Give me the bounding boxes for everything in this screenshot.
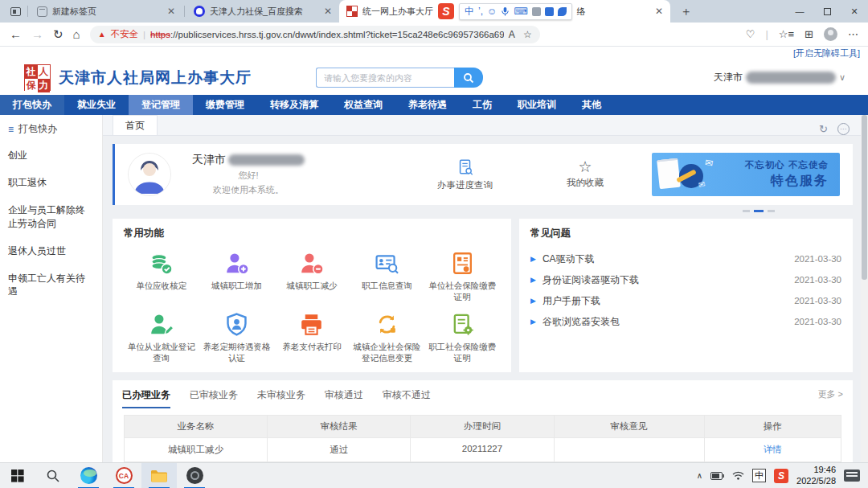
accessibility-tool-link[interactable]: [开启无障碍工具] (793, 47, 860, 59)
carousel-dot[interactable] (768, 210, 775, 212)
tab-new-page[interactable]: 新建标签页 ✕ (30, 0, 182, 23)
faq-item-chrome-installer[interactable]: ▶ 谷歌浏览器安装包 2021-03-30 (530, 311, 841, 332)
more-link[interactable]: 更多 > (818, 388, 843, 400)
page-scrollbar[interactable] (861, 115, 868, 462)
function-pension-payment-print[interactable]: 养老支付表打印 (274, 312, 350, 363)
tab-reviewed-business[interactable]: 已审核业务 (190, 388, 238, 408)
tab-options-icon[interactable]: ⋯ (837, 123, 850, 135)
start-button[interactable] (0, 463, 35, 488)
taskbar-file-explorer[interactable] (141, 463, 177, 488)
nav-item-transfer[interactable]: 转移及清算 (257, 95, 331, 115)
user-account[interactable]: 天津市 ∨ (714, 71, 845, 84)
nav-item-registration[interactable]: 登记管理 (129, 95, 193, 115)
nav-item-employment[interactable]: 就业失业 (64, 95, 129, 115)
tab-close-icon[interactable]: ✕ (655, 6, 663, 17)
function-unit-insurance-certificate[interactable]: 单位社会保险缴费证明 (424, 251, 500, 302)
read-aloud-icon[interactable]: A (509, 29, 515, 40)
function-unit-receivable-check[interactable]: 单位应收核定 (124, 251, 199, 302)
battery-icon[interactable] (710, 472, 724, 480)
function-employee-insurance-certificate[interactable]: 职工社会保险缴费证明 (424, 312, 500, 363)
tab-close-icon[interactable]: ✕ (167, 6, 175, 17)
ime-keyboard-icon[interactable]: ⌨ (514, 6, 527, 17)
home-button-icon[interactable]: ⌂ (73, 28, 80, 40)
nav-item-other[interactable]: 其他 (569, 95, 614, 115)
taskbar-search-button[interactable] (35, 463, 71, 488)
window-minimize-button[interactable]: — (786, 0, 813, 23)
ime-mic-icon[interactable] (501, 6, 510, 17)
my-favorites-button[interactable]: ☆ 我的收藏 (567, 160, 604, 189)
tab-close-icon[interactable]: ✕ (324, 6, 332, 17)
search-input[interactable] (316, 68, 454, 88)
sidebar-header[interactable]: ≡ 打包快办 (0, 115, 102, 141)
nav-item-package[interactable]: 打包快办 (0, 95, 64, 115)
detail-link[interactable]: 详情 (764, 445, 782, 454)
tab-baidu-search[interactable]: 天津人力社保_百度搜索 ✕ (186, 0, 339, 23)
tab-service-hall-active[interactable]: 统一网上办事大厅 S 中 ’, ☺ ⌨ 络 ✕ (339, 0, 670, 23)
taskbar-edge-app[interactable] (71, 463, 106, 488)
wifi-icon[interactable] (732, 471, 744, 480)
taskbar-recorder-app[interactable] (177, 463, 212, 488)
function-employee-info-query[interactable]: 职工信息查询 (350, 251, 425, 302)
profile-avatar[interactable] (824, 27, 837, 41)
sogou-tray-icon[interactable]: S (774, 469, 788, 483)
scrollbar-thumb[interactable] (862, 115, 867, 280)
tab-home[interactable]: 首页 (113, 115, 158, 135)
tab-unreviewed-business[interactable]: 未审核业务 (257, 388, 305, 408)
ime-language-indicator[interactable]: 中 (752, 469, 766, 482)
ime-toolbar[interactable]: 中 ’, ☺ ⌨ (459, 3, 572, 20)
sidebar-item-retirement[interactable]: 职工退休 (0, 169, 102, 196)
notification-center-icon[interactable] (844, 470, 860, 482)
nav-item-payment[interactable]: 缴费管理 (193, 95, 257, 115)
tab-review-passed[interactable]: 审核通过 (325, 388, 363, 408)
ime-emoji-icon[interactable]: ☺ (487, 6, 497, 17)
back-button-icon[interactable]: ← (10, 28, 22, 40)
sidebar-item-contract-termination[interactable]: 企业与员工解除终止劳动合同 (0, 196, 102, 236)
nav-item-injury[interactable]: 工伤 (460, 95, 505, 115)
ime-passport-icon[interactable] (532, 7, 541, 16)
taskbar-ca-app[interactable]: CA (106, 463, 141, 488)
sogou-ime-icon[interactable]: S (438, 3, 454, 19)
new-tab-button[interactable]: ＋ (670, 4, 702, 19)
tab-actions-button[interactable] (5, 7, 26, 16)
nav-item-pension[interactable]: 养老待遇 (395, 95, 460, 115)
search-button[interactable] (454, 68, 483, 88)
hidden-icons-chevron[interactable]: ∧ (697, 471, 702, 480)
carousel-dot[interactable] (743, 210, 750, 212)
carousel-dot-active[interactable] (754, 210, 764, 212)
sidebar-item-work-death-benefits[interactable]: 申领工亡人有关待遇 (0, 265, 102, 305)
faq-item-user-manual[interactable]: ▶ 用户手册下载 2021-03-30 (530, 290, 841, 311)
refresh-page-icon[interactable]: ↻ (819, 123, 828, 135)
chevron-down-icon[interactable]: ∨ (839, 72, 845, 83)
favorite-star-icon[interactable]: ☆ (523, 29, 532, 40)
faq-item-ca-driver[interactable]: ▶ CA驱动下载 2021-03-30 (530, 248, 841, 269)
tab-processed-business[interactable]: 已办理业务 (122, 388, 170, 408)
forward-button-icon[interactable]: → (31, 28, 43, 40)
nav-item-rights-query[interactable]: 权益查询 (331, 95, 395, 115)
tab-review-failed[interactable]: 审核不通过 (383, 388, 431, 408)
settings-more-icon[interactable]: ⋯ (848, 28, 858, 40)
sidebar-item-startup[interactable]: 创业 (0, 141, 102, 169)
ime-skin-icon[interactable] (545, 7, 554, 16)
nav-item-training[interactable]: 职业培训 (505, 95, 569, 115)
function-urban-employee-remove[interactable]: 城镇职工减少 (274, 251, 350, 302)
browser-essentials-icon[interactable]: ♡ (746, 28, 755, 40)
window-close-button[interactable]: ✕ (841, 0, 868, 23)
window-maximize-button[interactable] (813, 0, 841, 23)
faq-item-id-reader-driver[interactable]: ▶ 身份证阅读器驱动下载 2021-03-30 (530, 269, 841, 290)
ime-tools-icon[interactable] (558, 7, 567, 16)
security-label[interactable]: 不安全 (111, 28, 139, 40)
favorites-bar-icon[interactable]: ☆≡ (779, 28, 794, 40)
function-insurance-registration-change[interactable]: 城镇企业社会保险登记信息变更 (350, 312, 425, 363)
sidebar-item-retiree-death[interactable]: 退休人员过世 (0, 237, 102, 265)
function-employment-registration-query[interactable]: 单位从业就业登记查询 (124, 312, 199, 363)
function-urban-employee-add[interactable]: 城镇职工增加 (199, 251, 275, 302)
refresh-button-icon[interactable]: ↻ (53, 28, 63, 40)
ime-punctuation-icon[interactable]: ’, (478, 6, 483, 17)
taskbar-clock[interactable]: 19:46 2022/5/28 (796, 465, 836, 487)
url-field[interactable]: ▲ 不安全 | https://publicservices.hrss.tj.g… (90, 26, 540, 43)
progress-query-button[interactable]: 办事进度查询 (437, 158, 493, 191)
collections-icon[interactable]: ⊞ (805, 28, 813, 40)
promo-banner[interactable]: ✉ ✉ 不忘初心 不忘使命 特色服务 (652, 153, 840, 196)
ime-mode-label[interactable]: 中 (465, 5, 474, 18)
url-text[interactable]: https://publicservices.hrss.tj.gov.cn/dw… (150, 30, 504, 39)
